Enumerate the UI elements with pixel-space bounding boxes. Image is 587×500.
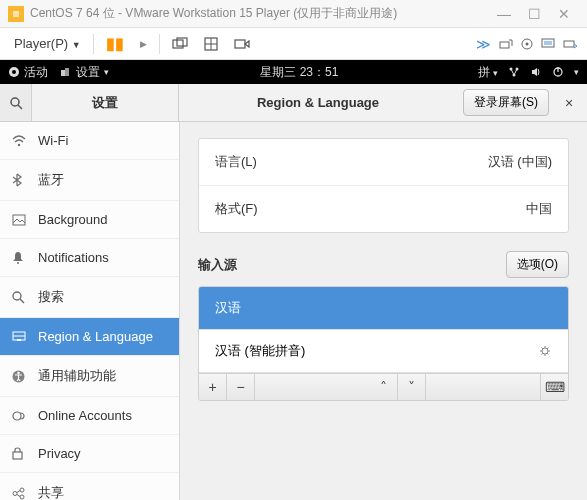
vmware-icon [8,6,24,22]
gnome-top-bar: 活动 设置 ▾ 星期三 23：51 拼 ▾ ▾ [0,60,587,84]
bluetooth-icon [12,173,28,187]
sidebar-item-label: Region & Language [38,329,153,344]
svg-line-42 [17,490,20,492]
svg-line-21 [511,69,514,75]
sidebar-item-label: Wi-Fi [38,133,68,148]
move-up-button[interactable]: ˄ [370,374,398,400]
search-icon [12,291,28,304]
unity-button[interactable] [228,35,256,53]
sidebar-item-accessibility[interactable]: 通用辅助功能 [0,356,179,397]
settings-header: 设置 Region & Language 登录屏幕(S) × [0,84,587,122]
sidebar-item-background[interactable]: Background [0,201,179,239]
activities-button[interactable]: 活动 [8,64,48,81]
wifi-icon [12,135,28,147]
power-icon[interactable] [552,66,564,78]
device-icon-3[interactable] [521,38,533,50]
system-menu-chevron[interactable]: ▾ [574,67,579,77]
add-source-button[interactable]: + [199,374,227,400]
svg-point-37 [13,412,21,420]
format-row[interactable]: 格式(F) 中国 [199,186,568,232]
play-button[interactable]: ▶ [134,37,153,51]
app-menu[interactable]: 设置 ▾ [60,64,109,81]
network-status-icon[interactable] [508,66,520,78]
svg-rect-28 [13,215,25,225]
svg-rect-16 [61,70,65,76]
sidebar-item-online-accounts[interactable]: Online Accounts [0,397,179,435]
close-panel-button[interactable]: × [555,95,583,111]
svg-rect-17 [65,68,69,76]
sidebar-item-label: Online Accounts [38,408,132,423]
options-button[interactable]: 选项(O) [506,251,569,278]
svg-point-41 [20,495,24,499]
svg-rect-13 [564,41,574,47]
svg-point-30 [13,292,21,300]
fullscreen-button[interactable] [198,35,224,53]
svg-point-27 [18,143,20,145]
sidebar-item-label: Background [38,212,107,227]
search-button[interactable] [0,84,32,121]
sidebar-item-bluetooth[interactable]: 蓝牙 [0,160,179,201]
svg-point-40 [13,491,17,495]
share-icon [12,487,28,500]
sidebar-item-region[interactable]: Region & Language [0,318,179,356]
svg-point-36 [17,371,20,374]
online-accounts-icon [12,410,28,422]
svg-rect-8 [500,42,509,48]
input-source-label: 汉语 (智能拼音) [215,342,305,360]
sidebar-item-sharing[interactable]: 共享 [0,473,179,500]
window-titlebar: CentOS 7 64 位 - VMware Workstation 15 Pl… [0,0,587,28]
svg-point-29 [17,262,19,264]
settings-title: 设置 [32,84,179,121]
sidebar-item-privacy[interactable]: Privacy [0,435,179,473]
svg-point-25 [11,98,19,106]
panel-title: Region & Language [179,95,457,110]
input-sources-title: 输入源 [198,256,237,274]
svg-line-31 [20,299,24,303]
input-source-item[interactable]: 汉语 (智能拼音) [199,330,568,373]
sidebar-item-search[interactable]: 搜索 [0,277,179,318]
remove-source-button[interactable]: − [227,374,255,400]
keyboard-layout-button[interactable]: ⌨ [540,374,568,400]
svg-rect-12 [544,41,552,45]
region-icon [12,331,28,343]
svg-line-22 [514,69,517,75]
input-sources-list: 汉语 汉语 (智能拼音) + − ˄ ˅ ⌨ [198,286,569,401]
input-source-label: 汉语 [215,299,241,317]
sidebar-item-notifications[interactable]: Notifications [0,239,179,277]
svg-rect-3 [177,38,187,46]
network-adapter-icon[interactable] [541,38,555,50]
minimize-button[interactable]: — [489,6,519,22]
input-sources-toolbar: + − ˄ ˅ ⌨ [199,373,568,400]
settings-sidebar: Wi-Fi 蓝牙 Background Notifications 搜索 Reg… [0,122,180,500]
sidebar-item-wifi[interactable]: Wi-Fi [0,122,179,160]
language-row[interactable]: 语言(L) 汉语 (中国) [199,139,568,186]
svg-point-39 [20,488,24,492]
input-source-item[interactable]: 汉语 [199,287,568,330]
language-label: 语言(L) [215,153,257,171]
sidebar-item-label: 蓝牙 [38,171,64,189]
device-icon-1[interactable]: ≫ [476,36,491,52]
bell-icon [12,251,28,264]
close-window-button[interactable]: ✕ [549,6,579,22]
move-down-button[interactable]: ˅ [398,374,426,400]
sidebar-item-label: 搜索 [38,288,64,306]
player-menu[interactable]: Player(P) ▼ [8,34,87,53]
snapshot-button[interactable] [166,35,194,53]
window-title: CentOS 7 64 位 - VMware Workstation 15 Pl… [30,5,397,22]
input-method-indicator[interactable]: 拼 ▾ [478,64,498,81]
device-icon-2[interactable] [499,38,513,50]
pause-button[interactable]: ▮▮ [100,32,130,55]
privacy-icon [12,447,28,460]
svg-rect-7 [235,40,245,48]
clock[interactable]: 星期三 23：51 [121,64,478,81]
background-icon [12,214,28,226]
sidebar-item-label: Privacy [38,446,81,461]
volume-icon[interactable] [530,66,542,78]
source-settings-icon[interactable] [538,344,552,358]
maximize-button[interactable]: ☐ [519,6,549,22]
format-label: 格式(F) [215,200,258,218]
sidebar-item-label: 通用辅助功能 [38,367,116,385]
login-screen-button[interactable]: 登录屏幕(S) [463,89,549,116]
tools-dropdown-icon[interactable] [563,39,577,49]
player-toolbar: Player(P) ▼ ▮▮ ▶ ≫ [0,28,587,60]
